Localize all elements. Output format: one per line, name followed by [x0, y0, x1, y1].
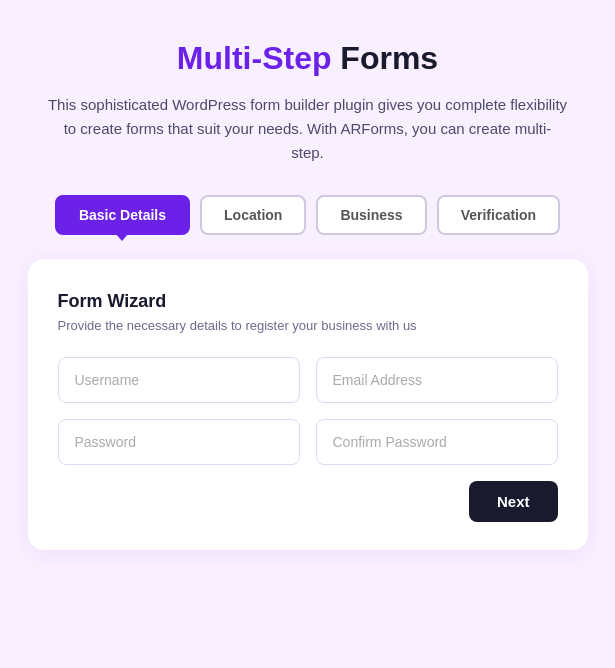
tab-basic-details[interactable]: Basic Details [55, 195, 190, 235]
tab-navigation: Basic Details Location Business Verifica… [55, 195, 560, 235]
title-highlight: Multi-Step [177, 40, 332, 76]
tab-verification[interactable]: Verification [437, 195, 560, 235]
password-input[interactable] [58, 419, 300, 465]
page-description: This sophisticated WordPress form builde… [48, 93, 568, 165]
tab-location[interactable]: Location [200, 195, 306, 235]
title-plain: Forms [331, 40, 438, 76]
form-row-1 [58, 357, 558, 403]
confirm-password-input[interactable] [316, 419, 558, 465]
form-wizard-subtitle: Provide the necessary details to registe… [58, 318, 558, 333]
form-wizard-title: Form Wizard [58, 291, 558, 312]
form-card: Form Wizard Provide the necessary detail… [28, 259, 588, 550]
tab-business[interactable]: Business [316, 195, 426, 235]
next-button[interactable]: Next [469, 481, 558, 522]
page-title: Multi-Step Forms [177, 40, 438, 77]
form-row-2 [58, 419, 558, 465]
form-actions: Next [58, 481, 558, 522]
username-input[interactable] [58, 357, 300, 403]
email-input[interactable] [316, 357, 558, 403]
